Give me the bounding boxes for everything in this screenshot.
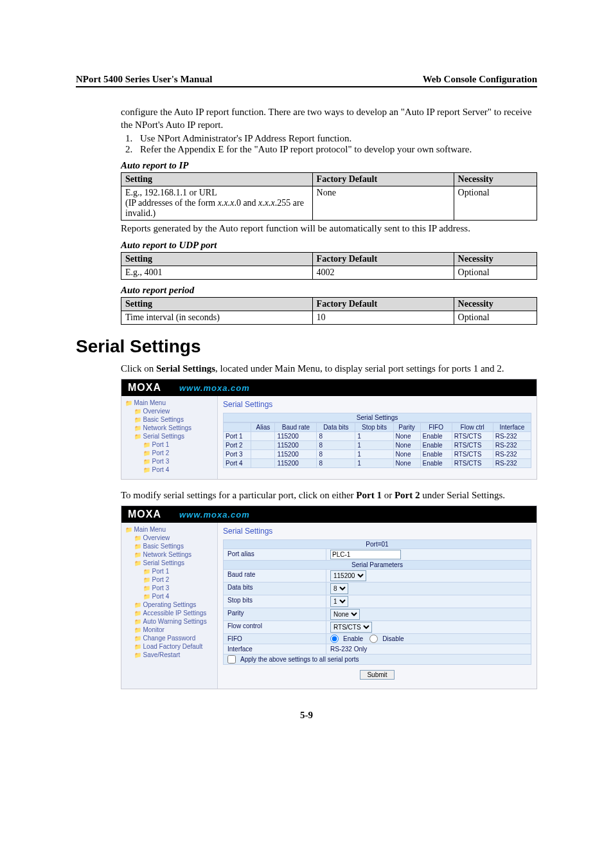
moxa-logo: MOXA (128, 382, 161, 393)
sidebar-item-serial[interactable]: Serial Settings (125, 559, 213, 567)
sidebar-item-overview[interactable]: Overview (125, 407, 213, 415)
sidebar-item-overview[interactable]: Overview (125, 534, 213, 542)
checkbox-apply-all[interactable] (227, 655, 236, 664)
th-setting: Setting (121, 252, 313, 266)
col-fifo: FIFO (420, 423, 452, 432)
col-flow: Flow ctrl (452, 423, 493, 432)
submit-button[interactable]: Submit (360, 670, 394, 680)
sidebar-item-port3[interactable]: Port 3 (125, 457, 213, 466)
table-row[interactable]: Port 311520081NoneEnableRTS/CTSRS-232 (224, 450, 531, 459)
col-parity: Parity (393, 423, 420, 432)
td-default: 10 (312, 311, 454, 324)
panel-title: Serial Settings (223, 525, 531, 539)
label-stopbits: Stop bits (224, 595, 326, 608)
td-necessity: Optional (454, 311, 537, 324)
label-databits: Data bits (224, 583, 326, 595)
sub2-table: Setting Factory Default Necessity E.g., … (121, 252, 537, 280)
screenshot-serial-form: MOXA www.moxa.com Main Menu Overview Bas… (121, 505, 537, 689)
select-databits[interactable]: 8 (330, 583, 348, 594)
label-apply-all: Apply the above settings to all serial p… (240, 656, 359, 663)
sidebar-item-network[interactable]: Network Settings (125, 424, 213, 432)
label-fifo: FIFO (224, 634, 326, 644)
sidebar-item-serial[interactable]: Serial Settings (125, 432, 213, 440)
label-port-alias: Port alias (224, 549, 326, 560)
sub1-note: Reports generated by the Auto report fun… (121, 222, 537, 235)
section-p2: To modify serial settings for a particul… (121, 489, 537, 502)
sidebar-item-factdefault[interactable]: Load Factory Default (125, 642, 213, 651)
th-setting: Setting (121, 297, 313, 311)
sidebar-item-port4[interactable]: Port 4 (125, 466, 213, 474)
col-iface: Interface (493, 423, 531, 432)
port-header: Port=01 (223, 539, 531, 549)
sidebar-item-port2[interactable]: Port 2 (125, 449, 213, 457)
sidebar-item-main[interactable]: Main Menu (125, 525, 213, 534)
grid-section-header: Serial Settings (223, 413, 531, 422)
select-baud[interactable]: 115200 (330, 570, 366, 581)
moxa-url: www.moxa.com (179, 510, 250, 520)
moxa-url: www.moxa.com (179, 383, 250, 393)
select-stopbits[interactable]: 1 (330, 596, 348, 607)
label-fifo-disable: Disable (382, 635, 404, 642)
th-default: Factory Default (312, 252, 454, 266)
sidebar-item-main[interactable]: Main Menu (125, 399, 213, 407)
select-parity[interactable]: None (330, 609, 360, 620)
sub3-table: Setting Factory Default Necessity Time i… (121, 297, 537, 325)
th-necessity: Necessity (454, 172, 537, 186)
th-default: Factory Default (312, 172, 454, 186)
th-necessity: Necessity (454, 297, 537, 311)
sidebar-item-autowarn[interactable]: Auto Warning Settings (125, 617, 213, 626)
label-parity: Parity (224, 608, 326, 620)
sidebar-item-changepw[interactable]: Change Password (125, 634, 213, 642)
sidebar-item-accessible[interactable]: Accessible IP Settings (125, 609, 213, 617)
intro-list: Use NPort Administrator's IP Address Rep… (121, 133, 537, 155)
table-row[interactable]: Port 111520081NoneEnableRTS/CTSRS-232 (224, 432, 531, 441)
th-default: Factory Default (312, 297, 454, 311)
intro-list-item: Use NPort Administrator's IP Address Rep… (135, 133, 537, 144)
radio-fifo-disable[interactable] (369, 635, 378, 643)
sidebar-item-basic[interactable]: Basic Settings (125, 542, 213, 550)
sub1-title: Auto report to IP (121, 160, 537, 171)
table-row[interactable]: Port 411520081NoneEnableRTS/CTSRS-232 (224, 459, 531, 468)
sidebar-item-port2[interactable]: Port 2 (125, 575, 213, 584)
sub3-title: Auto report period (121, 285, 537, 296)
params-header: Serial Parameters (223, 561, 531, 570)
label-fifo-enable: Enable (343, 635, 363, 642)
header-right: Web Console Configuration (423, 74, 537, 85)
col-baud: Baud rate (275, 423, 317, 432)
page-number: 5-9 (76, 710, 537, 721)
panel-title: Serial Settings (223, 399, 531, 413)
label-flow: Flow control (224, 621, 326, 633)
sidebar-item-port1[interactable]: Port 1 (125, 440, 213, 449)
section-title: Serial Settings (76, 336, 537, 357)
sidebar: Main Menu Overview Basic Settings Networ… (121, 523, 218, 689)
th-setting: Setting (121, 172, 313, 186)
sidebar-item-port3[interactable]: Port 3 (125, 584, 213, 592)
sidebar-item-saverestart[interactable]: Save/Restart (125, 651, 213, 659)
intro-paragraph: configure the Auto IP report function. T… (121, 105, 537, 132)
moxa-logo: MOXA (128, 509, 161, 520)
col-alias: Alias (251, 423, 275, 432)
sidebar-item-network[interactable]: Network Settings (125, 550, 213, 559)
sidebar-item-basic[interactable]: Basic Settings (125, 415, 213, 424)
sidebar-item-monitor[interactable]: Monitor (125, 626, 213, 634)
td-setting: E.g., 192.168.1.1 or URL (IP addresses o… (121, 186, 313, 220)
input-port-alias[interactable] (330, 550, 401, 559)
col-databits: Data bits (317, 423, 355, 432)
sidebar-item-port4[interactable]: Port 4 (125, 592, 213, 601)
radio-fifo-enable[interactable] (330, 635, 339, 643)
col-stopbits: Stop bits (355, 423, 393, 432)
sidebar-item-port1[interactable]: Port 1 (125, 567, 213, 575)
select-flow[interactable]: RTS/CTS (330, 622, 372, 633)
td-necessity: Optional (454, 186, 537, 220)
intro-list-item: Refer the Appendix E for the "Auto IP re… (135, 144, 537, 155)
table-row[interactable]: Port 211520081NoneEnableRTS/CTSRS-232 (224, 441, 531, 450)
section-p1: Click on Serial Settings, located under … (121, 362, 537, 375)
serial-ports-table: Alias Baud rate Data bits Stop bits Pari… (223, 422, 531, 468)
sub1-table: Setting Factory Default Necessity E.g., … (121, 172, 537, 221)
sidebar-item-operating[interactable]: Operating Settings (125, 601, 213, 609)
label-baud: Baud rate (224, 570, 326, 582)
td-setting: Time interval (in seconds) (121, 311, 313, 324)
screenshot-serial-list: MOXA www.moxa.com Main Menu Overview Bas… (121, 379, 537, 480)
col-port (224, 423, 251, 432)
sub2-title: Auto report to UDP port (121, 240, 537, 251)
